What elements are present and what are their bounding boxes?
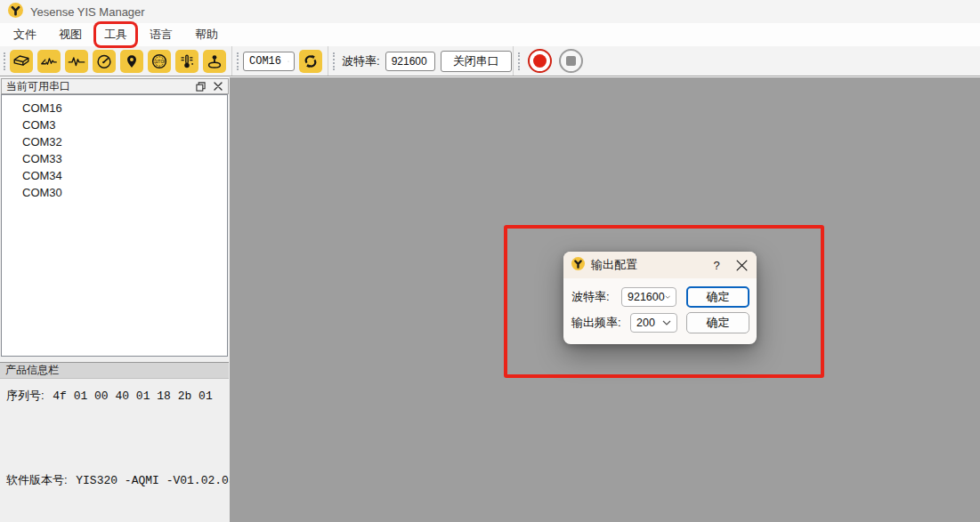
left-panel: 当前可用串口 COM16 COM3 COM32 COM33 xyxy=(0,77,230,522)
dialog-freq-select[interactable]: 200 xyxy=(630,313,677,333)
close-icon xyxy=(214,82,223,91)
menu-tools[interactable]: 工具 xyxy=(96,24,135,45)
port-item[interactable]: COM16 xyxy=(2,100,227,116)
menu-help[interactable]: 帮助 xyxy=(187,24,226,45)
ports-panel-title: 当前可用串口 xyxy=(6,79,188,94)
baud-rate-value: 921600 xyxy=(392,55,427,68)
attitude-waveform-icon[interactable] xyxy=(37,50,61,73)
dialog-close-button[interactable] xyxy=(736,260,748,271)
dialog-baud-value: 921600 xyxy=(628,291,665,303)
menu-language[interactable]: 语言 xyxy=(142,24,181,45)
gauge-icon[interactable] xyxy=(93,50,116,73)
toolbar-drag-handle[interactable] xyxy=(333,52,335,70)
cube-3d-icon[interactable] xyxy=(10,50,33,73)
float-panel-button[interactable] xyxy=(196,82,206,92)
toolbar-group-views: UTC xyxy=(0,46,231,76)
close-icon xyxy=(736,260,748,271)
toolbar-separator xyxy=(231,46,232,76)
serial-number-value: 4f 01 00 40 01 18 2b 01 xyxy=(53,389,212,403)
baud-rate-select[interactable]: 921600 xyxy=(385,52,435,71)
port-list: COM16 COM3 COM32 COM33 COM34 COM30 xyxy=(1,94,228,357)
port-select[interactable]: COM16 xyxy=(243,52,295,71)
port-item[interactable]: COM30 xyxy=(2,184,227,201)
dialog-freq-ok-button[interactable]: 确定 xyxy=(686,312,749,333)
port-select-value: COM16 xyxy=(249,55,281,68)
window-title: Yesense YIS Manager xyxy=(30,5,145,19)
record-button[interactable] xyxy=(528,49,552,73)
dialog-freq-row: 输出频率: 200 确定 xyxy=(571,312,749,333)
dialog-title: 输出配置 xyxy=(591,257,709,273)
location-icon[interactable] xyxy=(120,50,143,73)
workspace: 输出配置 ? 波特率: 921600 xyxy=(230,77,980,522)
dialog-baud-label: 波特率: xyxy=(571,289,621,305)
dialog-baud-ok-button[interactable]: 确定 xyxy=(686,286,749,308)
toolbar-separator xyxy=(328,46,328,76)
serial-number-row: 序列号: 4f 01 00 40 01 18 2b 01 xyxy=(6,388,213,404)
port-item[interactable]: COM34 xyxy=(2,167,227,184)
dialog-help-button[interactable]: ? xyxy=(709,259,725,272)
menu-bar: 文件 视图 工具 语言 帮助 xyxy=(0,23,980,46)
refresh-ports-button[interactable] xyxy=(299,50,322,73)
chevron-down-icon xyxy=(288,59,289,64)
temperature-icon[interactable] xyxy=(175,50,198,73)
content-area: 当前可用串口 COM16 COM3 COM32 COM33 xyxy=(0,77,980,522)
joystick-icon[interactable] xyxy=(203,50,226,73)
software-version-value: YIS320 -AQMI -V01.02.03; xyxy=(76,474,242,487)
stop-button[interactable] xyxy=(559,49,583,73)
svg-text:UTC: UTC xyxy=(156,59,164,63)
chevron-down-icon xyxy=(662,320,671,325)
chevron-down-icon xyxy=(665,294,670,300)
output-config-dialog: 输出配置 ? 波特率: 921600 xyxy=(563,252,757,344)
dialog-title-bar: 输出配置 ? xyxy=(563,252,757,278)
menu-file[interactable]: 文件 xyxy=(5,24,45,45)
dialog-baud-select[interactable]: 921600 xyxy=(621,287,676,307)
toolbar-separator xyxy=(513,46,514,76)
baud-rate-label: 波特率: xyxy=(342,53,380,69)
dialog-logo-icon xyxy=(571,257,585,274)
serial-number-label: 序列号: xyxy=(6,389,45,402)
product-info-title: 产品信息栏 xyxy=(5,363,59,378)
float-icon xyxy=(196,82,206,92)
toolbar-group-port: COM16 xyxy=(233,46,327,76)
port-item[interactable]: COM32 xyxy=(2,133,227,150)
title-bar: Yesense YIS Manager xyxy=(0,0,980,23)
menu-view[interactable]: 视图 xyxy=(51,24,90,45)
toolbar-group-baud: 波特率: 921600 关闭串口 xyxy=(329,46,512,76)
port-item[interactable]: COM33 xyxy=(2,150,227,167)
app-logo-icon xyxy=(8,3,23,21)
close-panel-button[interactable] xyxy=(214,82,223,91)
raw-waveform-icon[interactable] xyxy=(65,50,88,73)
utc-clock-icon[interactable]: UTC xyxy=(148,50,171,73)
port-item[interactable]: COM3 xyxy=(2,116,227,133)
stop-icon xyxy=(566,56,576,66)
dialog-baud-row: 波特率: 921600 确定 xyxy=(571,286,749,308)
app-window: Yesense YIS Manager 文件 视图 工具 语言 帮助 xyxy=(0,0,980,522)
dialog-freq-value: 200 xyxy=(636,317,655,329)
toolbar-drag-handle[interactable] xyxy=(4,52,5,70)
refresh-icon xyxy=(301,52,320,71)
dialog-freq-label: 输出频率: xyxy=(571,315,630,331)
record-icon xyxy=(533,54,547,68)
toolbar-group-record xyxy=(514,46,583,76)
software-version-row: 软件版本号: YIS320 -AQMI -V01.02.03; xyxy=(6,472,242,488)
ports-panel-header: 当前可用串口 xyxy=(1,78,229,94)
software-version-label: 软件版本号: xyxy=(6,473,68,486)
toolbar-drag-handle[interactable] xyxy=(518,52,520,70)
toolbar: UTC xyxy=(0,46,980,76)
product-info-header: 产品信息栏 xyxy=(0,362,229,379)
close-serial-port-button[interactable]: 关闭串口 xyxy=(441,51,512,72)
toolbar-drag-handle[interactable] xyxy=(237,52,239,70)
